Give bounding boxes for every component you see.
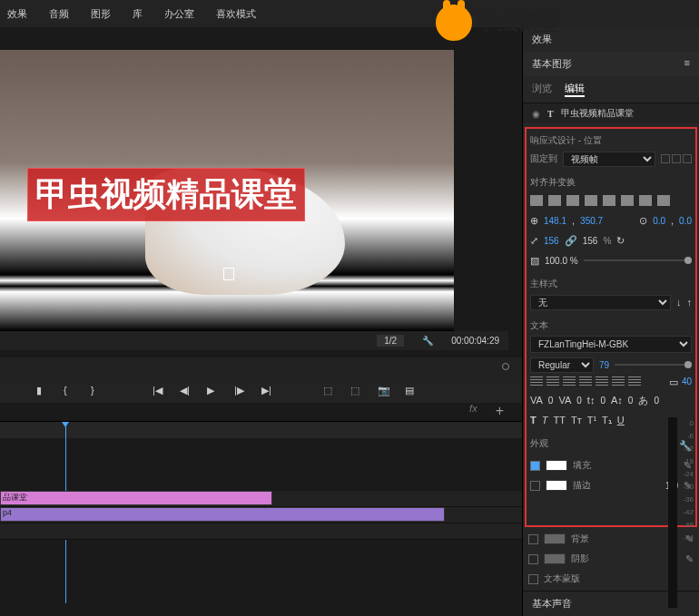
text-align-justify-last-center-icon[interactable] — [596, 376, 608, 386]
lift-icon[interactable]: ⬚ — [323, 385, 334, 396]
export-frame-icon[interactable]: 📷 — [378, 385, 389, 396]
align-center-h-icon[interactable] — [548, 195, 561, 206]
fill-color-swatch[interactable] — [546, 460, 567, 471]
baseline-input[interactable]: 0 — [628, 396, 634, 406]
leading-input[interactable]: 0 — [600, 396, 605, 406]
anchor-x-input[interactable]: 0.0 — [653, 216, 665, 226]
text-align-justify-last-left-icon[interactable] — [579, 376, 592, 386]
shadow-color-swatch[interactable] — [544, 553, 566, 564]
align-right-icon[interactable] — [566, 195, 579, 206]
timecode-display[interactable]: 00:00:04:29 — [451, 336, 499, 346]
text-layer-row[interactable]: ◉ T 甲虫视频精品课堂 — [523, 103, 699, 123]
step-forward-icon[interactable]: |▶ — [234, 385, 245, 396]
anchor-y-input[interactable]: 0.0 — [679, 216, 692, 226]
allcaps-button[interactable]: TT — [553, 415, 565, 425]
zoom-level[interactable]: 1/2 — [377, 335, 404, 347]
align-bottom-icon[interactable] — [621, 195, 634, 206]
opacity-slider[interactable] — [584, 259, 692, 261]
fill-checkbox[interactable] — [530, 461, 540, 471]
add-effect-button[interactable]: + — [496, 403, 504, 419]
scale-h-input[interactable]: 156 — [583, 236, 598, 246]
marker-icon[interactable]: ▮ — [36, 385, 47, 396]
out-point-icon[interactable]: } — [91, 385, 102, 396]
pin-target-select[interactable]: 视频帧 — [563, 152, 655, 167]
shadow-eyedropper-icon[interactable]: ✎ — [685, 553, 694, 565]
align-left-icon[interactable] — [530, 195, 543, 206]
timeline-ruler[interactable] — [0, 422, 522, 438]
text-mask-checkbox[interactable] — [528, 574, 538, 584]
menu-library[interactable]: 库 — [133, 7, 143, 21]
stroke-width-icon: ▭ — [669, 376, 678, 388]
faux-italic-button[interactable]: T — [542, 415, 548, 425]
timeline-panel[interactable]: 品课堂 p4 — [0, 421, 522, 616]
text-align-left-icon[interactable] — [530, 376, 543, 386]
distribute-h-icon[interactable] — [639, 195, 652, 206]
stroke-color-swatch[interactable] — [546, 480, 567, 491]
sync-style-icon[interactable]: ↑ — [687, 297, 693, 308]
font-family-select[interactable]: FZLanTingHei-M-GBK — [530, 336, 692, 353]
link-scale-icon[interactable]: 🔗 — [565, 235, 577, 247]
rotation-icon[interactable]: ↻ — [616, 235, 625, 247]
video-track-1[interactable]: p4 — [0, 507, 522, 523]
background-checkbox[interactable] — [528, 534, 538, 544]
visibility-icon[interactable]: ◉ — [532, 109, 540, 119]
background-color-swatch[interactable] — [544, 533, 566, 544]
go-to-out-icon[interactable]: ▶| — [261, 385, 272, 396]
text-align-justify-last-right-icon[interactable] — [612, 376, 625, 386]
layer-name: 甲虫视频精品课堂 — [561, 107, 634, 120]
stroke-checkbox[interactable] — [530, 481, 540, 491]
text-tool-cursor-icon — [223, 268, 234, 280]
graphics-clip[interactable]: 品课堂 — [0, 491, 272, 505]
scale-input[interactable]: 156 — [544, 236, 559, 246]
menu-effects[interactable]: 效果 — [7, 7, 27, 21]
font-weight-select[interactable]: Regular — [530, 357, 594, 373]
play-icon[interactable]: ▶ — [207, 385, 218, 396]
kerning-input[interactable]: 0 — [576, 396, 582, 406]
settings-icon[interactable]: 🔧 — [422, 336, 433, 346]
menu-favorites[interactable]: 喜欢模式 — [216, 7, 256, 21]
go-to-in-icon[interactable]: |◀ — [153, 385, 163, 396]
scrub-bar[interactable] — [0, 357, 522, 377]
pos-x-input[interactable]: 148.1 — [544, 216, 566, 226]
text-align-right-icon[interactable] — [563, 376, 576, 386]
stroke-width-input[interactable]: 40 — [682, 376, 692, 388]
pin-edges-widget[interactable] — [661, 154, 692, 163]
video-track-2[interactable]: 品课堂 — [0, 491, 522, 507]
tracking-input[interactable]: 0 — [548, 396, 554, 406]
font-size-input[interactable]: 79 — [599, 360, 609, 370]
align-top-icon[interactable] — [585, 195, 597, 206]
menu-graphics[interactable]: 图形 — [91, 7, 111, 21]
step-back-icon[interactable]: ◀| — [180, 385, 191, 396]
shadow-label: 阴影 — [571, 552, 589, 565]
menu-audio[interactable]: 音频 — [49, 7, 69, 21]
essential-graphics-header: 基本图形 ≡ — [523, 52, 699, 76]
font-size-slider[interactable] — [615, 364, 692, 366]
tsume-input[interactable]: 0 — [654, 396, 659, 406]
panel-menu-icon[interactable]: ≡ — [684, 57, 690, 71]
extract-icon[interactable]: ⬚ — [350, 385, 361, 396]
pos-y-input[interactable]: 350.7 — [580, 216, 603, 226]
text-align-center-icon[interactable] — [546, 376, 559, 386]
in-point-icon[interactable]: { — [64, 385, 74, 396]
push-style-icon[interactable]: ↓ — [676, 297, 682, 308]
comparison-icon[interactable]: ▤ — [405, 385, 416, 396]
text-align-justify-icon[interactable] — [628, 376, 641, 386]
edit-tab[interactable]: 编辑 — [565, 82, 585, 97]
align-center-v-icon[interactable] — [603, 195, 615, 206]
menu-office[interactable]: 办公室 — [164, 7, 194, 21]
title-text-overlay[interactable]: 甲虫视频精品课堂 — [27, 168, 305, 221]
video-clip[interactable]: p4 — [0, 507, 445, 522]
opacity-input[interactable]: 100.0 % — [545, 256, 578, 266]
faux-bold-button[interactable]: T — [530, 415, 537, 425]
program-monitor[interactable]: 甲虫视频精品课堂 — [0, 50, 454, 331]
audio-track-1[interactable] — [0, 523, 522, 540]
browse-tab[interactable]: 浏览 — [532, 82, 552, 97]
superscript-button[interactable]: T¹ — [587, 415, 596, 425]
master-style-select[interactable]: 无 — [530, 295, 671, 310]
distribute-v-icon[interactable] — [657, 195, 670, 206]
underline-button[interactable]: U — [617, 415, 625, 425]
shadow-checkbox[interactable] — [528, 554, 538, 564]
master-title: 主样式 — [530, 278, 692, 290]
smallcaps-button[interactable]: Tт — [571, 415, 582, 425]
subscript-button[interactable]: T₁ — [602, 415, 612, 426]
